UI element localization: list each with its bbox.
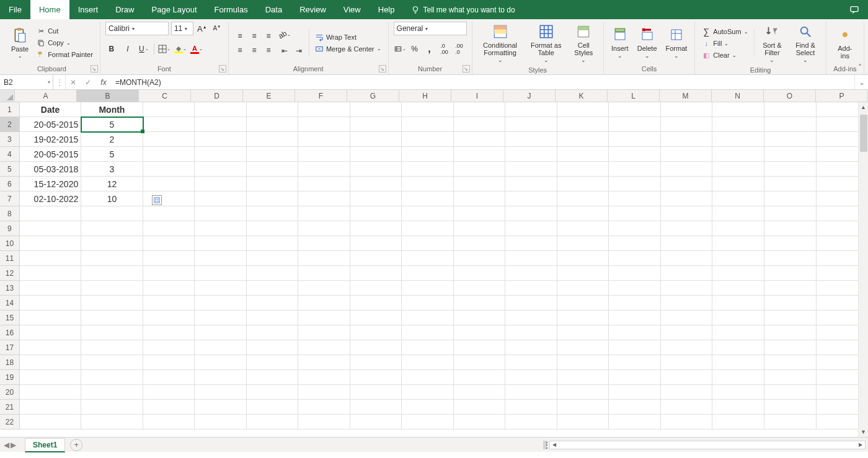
cell-G8[interactable] <box>350 206 402 221</box>
cell-A20[interactable] <box>20 385 81 400</box>
cell-H12[interactable] <box>402 266 454 281</box>
cell-C15[interactable] <box>143 310 195 325</box>
cell-M16[interactable] <box>661 325 713 340</box>
cell-E4[interactable] <box>247 147 299 162</box>
cell-K8[interactable] <box>557 206 609 221</box>
cut-button[interactable]: ✂ Cut <box>35 26 95 36</box>
cell-A13[interactable] <box>20 281 81 296</box>
cell-F17[interactable] <box>298 340 350 355</box>
column-header-D[interactable]: D <box>191 90 243 102</box>
cell-F20[interactable] <box>298 385 350 400</box>
cell-D11[interactable] <box>195 251 247 266</box>
cell-J22[interactable] <box>505 415 557 429</box>
cell-J16[interactable] <box>505 325 557 340</box>
cell-L7[interactable] <box>609 192 661 206</box>
cell-G9[interactable] <box>350 221 402 236</box>
cell-J21[interactable] <box>505 400 557 415</box>
cell-L9[interactable] <box>609 221 661 236</box>
cell-N12[interactable] <box>712 266 764 281</box>
cell-E20[interactable] <box>247 385 299 400</box>
cell-C9[interactable] <box>143 221 195 236</box>
cell-N13[interactable] <box>712 281 764 296</box>
cell-O9[interactable] <box>764 221 817 236</box>
cell-M4[interactable] <box>661 147 713 162</box>
tab-formulas[interactable]: Formulas <box>206 0 257 19</box>
cell-N4[interactable] <box>712 147 764 162</box>
cell-N20[interactable] <box>712 385 764 400</box>
cell-A9[interactable] <box>20 221 81 236</box>
cell-O19[interactable] <box>764 370 817 385</box>
row-header-10[interactable]: 10 <box>0 236 20 251</box>
cell-H4[interactable] <box>402 147 454 162</box>
align-top-button[interactable]: ≡ <box>234 30 246 42</box>
cell-C2[interactable] <box>143 117 195 132</box>
cell-A5[interactable]: 05-03-2018 <box>20 162 81 177</box>
cell-M21[interactable] <box>661 400 713 415</box>
cell-H20[interactable] <box>402 385 454 400</box>
cell-F4[interactable] <box>298 147 350 162</box>
font-name-dropdown[interactable]: Calibri <box>105 22 169 35</box>
cell-G10[interactable] <box>350 236 402 251</box>
scroll-down-icon[interactable]: ▼ <box>859 427 868 437</box>
cell-A2[interactable]: 20-05-2015 <box>20 117 81 132</box>
cell-D5[interactable] <box>195 162 247 177</box>
cell-E19[interactable] <box>247 370 299 385</box>
cell-I9[interactable] <box>454 221 506 236</box>
align-right-button[interactable]: ≡ <box>262 44 275 56</box>
cell-L17[interactable] <box>609 340 661 355</box>
tab-help[interactable]: Help <box>370 0 404 19</box>
row-header-19[interactable]: 19 <box>0 370 20 385</box>
cell-N17[interactable] <box>712 340 764 355</box>
cell-G4[interactable] <box>350 147 402 162</box>
cell-A18[interactable] <box>20 355 81 370</box>
cell-I11[interactable] <box>454 251 506 266</box>
cell-H22[interactable] <box>402 415 454 429</box>
cell-O16[interactable] <box>764 325 817 340</box>
cell-B11[interactable] <box>81 251 143 266</box>
cell-H18[interactable] <box>402 355 454 370</box>
cell-F6[interactable] <box>298 177 350 192</box>
increase-indent-button[interactable]: ⇥ <box>293 45 305 57</box>
cell-E9[interactable] <box>247 221 299 236</box>
conditional-formatting-button[interactable]: Conditional Formatting⌄ <box>477 22 523 65</box>
row-header-20[interactable]: 20 <box>0 385 20 400</box>
cell-D9[interactable] <box>195 221 247 236</box>
cell-C13[interactable] <box>143 281 195 296</box>
column-header-B[interactable]: B <box>77 90 139 102</box>
cell-D20[interactable] <box>195 385 247 400</box>
cell-M20[interactable] <box>661 385 713 400</box>
cell-K9[interactable] <box>557 221 609 236</box>
column-header-L[interactable]: L <box>608 90 660 102</box>
cell-J9[interactable] <box>505 221 557 236</box>
column-header-O[interactable]: O <box>764 90 816 102</box>
cell-K6[interactable] <box>557 177 609 192</box>
cell-D3[interactable] <box>195 132 247 147</box>
cell-C11[interactable] <box>143 251 195 266</box>
cell-E21[interactable] <box>247 400 299 415</box>
cell-I2[interactable] <box>454 117 506 132</box>
cell-N3[interactable] <box>712 132 764 147</box>
cell-L8[interactable] <box>609 206 661 221</box>
cell-F12[interactable] <box>298 266 350 281</box>
column-header-I[interactable]: I <box>451 90 503 102</box>
cell-G20[interactable] <box>350 385 402 400</box>
cell-N10[interactable] <box>712 236 764 251</box>
cell-J20[interactable] <box>505 385 557 400</box>
cell-A15[interactable] <box>20 310 81 325</box>
cell-M15[interactable] <box>661 310 713 325</box>
cell-G1[interactable] <box>350 102 402 117</box>
cell-A1[interactable]: Date <box>20 102 81 117</box>
cell-B6[interactable]: 12 <box>81 177 143 192</box>
insert-cells-button[interactable]: Insert⌄ <box>609 25 631 61</box>
cell-M5[interactable] <box>661 162 713 177</box>
cell-C19[interactable] <box>143 370 195 385</box>
cell-C8[interactable] <box>143 206 195 221</box>
tab-view[interactable]: View <box>335 0 370 19</box>
cell-M8[interactable] <box>661 206 713 221</box>
cell-D14[interactable] <box>195 296 247 310</box>
cell-M22[interactable] <box>661 415 713 429</box>
cell-styles-button[interactable]: Cell Styles⌄ <box>569 22 598 65</box>
cell-C12[interactable] <box>143 266 195 281</box>
cell-O12[interactable] <box>764 266 817 281</box>
increase-font-button[interactable]: A▲ <box>196 22 208 35</box>
